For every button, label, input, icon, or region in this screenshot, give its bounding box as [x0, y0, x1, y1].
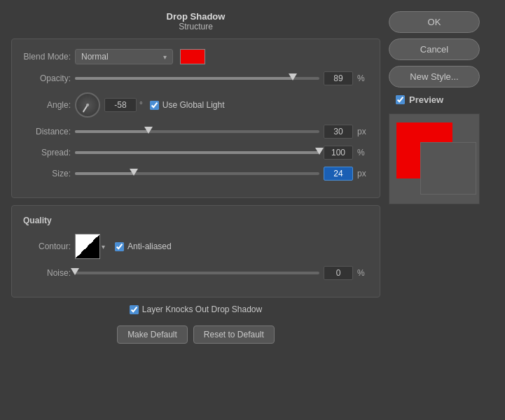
quality-block: Quality Contour: ▾ Anti-aliased Noise:	[11, 205, 380, 298]
global-light-label: Use Global Light	[162, 100, 225, 110]
blend-mode-label: Blend Mode:	[23, 52, 71, 62]
noise-row: Noise: %	[23, 266, 368, 280]
quality-title: Quality	[23, 216, 368, 225]
dial-dot	[86, 104, 89, 106]
opacity-slider[interactable]	[75, 77, 319, 80]
spread-label: Spread:	[23, 148, 71, 158]
shadow-color-swatch[interactable]	[180, 49, 205, 64]
distance-input[interactable]	[324, 125, 353, 139]
reset-default-button[interactable]: Reset to Default	[193, 326, 275, 344]
preview-check-row: Preview	[396, 94, 494, 105]
contour-label: Contour:	[23, 241, 71, 251]
opacity-unit: %	[357, 74, 368, 83]
spread-row: Spread: %	[23, 146, 368, 160]
opacity-row: Opacity: %	[23, 71, 368, 85]
noise-slider[interactable]	[75, 272, 319, 274]
angle-label: Angle:	[23, 100, 71, 110]
new-style-button[interactable]: New Style...	[389, 66, 480, 88]
bottom-buttons: Make Default Reset to Default	[11, 326, 380, 344]
layer-knocks-checkbox[interactable]	[130, 305, 139, 314]
contour-chevron: ▾	[102, 243, 105, 251]
contour-row: Contour: ▾ Anti-aliased	[23, 234, 368, 259]
angle-dial[interactable]	[75, 92, 100, 118]
make-default-button[interactable]: Make Default	[117, 326, 188, 344]
spread-input[interactable]	[324, 146, 353, 160]
preview-shadow-layer	[420, 142, 476, 195]
angle-input[interactable]	[104, 98, 137, 112]
distance-unit: px	[357, 127, 368, 136]
opacity-label: Opacity:	[23, 74, 71, 83]
distance-slider[interactable]	[75, 130, 319, 133]
noise-label: Noise:	[23, 268, 71, 278]
cancel-button[interactable]: Cancel	[389, 38, 480, 60]
contour-dropdown[interactable]: ▾	[75, 234, 105, 259]
global-light-row: Use Global Light	[150, 100, 225, 110]
noise-input[interactable]	[324, 266, 353, 280]
preview-canvas	[389, 113, 480, 204]
blend-mode-value: Normal	[81, 52, 109, 62]
section-title2: Structure	[179, 22, 213, 31]
blend-mode-dropdown[interactable]: Normal ▾	[75, 49, 173, 64]
layer-knocks-label: Layer Knocks Out Drop Shadow	[142, 304, 262, 314]
size-unit: px	[357, 169, 368, 178]
layer-knocks-row: Layer Knocks Out Drop Shadow	[11, 304, 380, 314]
distance-label: Distance:	[23, 127, 71, 136]
size-label: Size:	[23, 169, 71, 178]
blend-mode-chevron: ▾	[163, 53, 167, 61]
preview-checkbox[interactable]	[396, 95, 405, 104]
anti-alias-row: Anti-aliased	[115, 241, 172, 251]
angle-row: Angle: ° Use Global Light	[23, 92, 368, 118]
left-panel: Drop Shadow Structure Blend Mode: Normal…	[11, 11, 380, 409]
spread-slider[interactable]	[75, 151, 319, 154]
blend-mode-row: Blend Mode: Normal ▾	[23, 49, 368, 64]
ok-button[interactable]: OK	[389, 11, 480, 33]
contour-thumbnail	[75, 234, 100, 259]
angle-value-group: °	[104, 98, 143, 112]
size-input[interactable]	[324, 167, 353, 181]
structure-block: Blend Mode: Normal ▾ Opacity: % Angl	[11, 38, 380, 198]
size-slider[interactable]	[75, 172, 319, 175]
global-light-checkbox[interactable]	[150, 101, 159, 110]
section-title1: Drop Shadow	[167, 11, 226, 22]
degree-symbol: °	[139, 100, 143, 110]
size-row: Size: px	[23, 167, 368, 181]
spread-unit: %	[357, 148, 368, 158]
anti-alias-checkbox[interactable]	[115, 242, 124, 251]
dialog: Drop Shadow Structure Blend Mode: Normal…	[0, 0, 505, 420]
opacity-input[interactable]	[324, 71, 353, 85]
section-header: Drop Shadow Structure	[11, 11, 380, 31]
anti-alias-label: Anti-aliased	[127, 241, 172, 251]
distance-row: Distance: px	[23, 125, 368, 139]
noise-unit: %	[357, 268, 368, 278]
preview-label: Preview	[409, 94, 443, 105]
right-panel: OK Cancel New Style... Preview	[389, 11, 494, 409]
